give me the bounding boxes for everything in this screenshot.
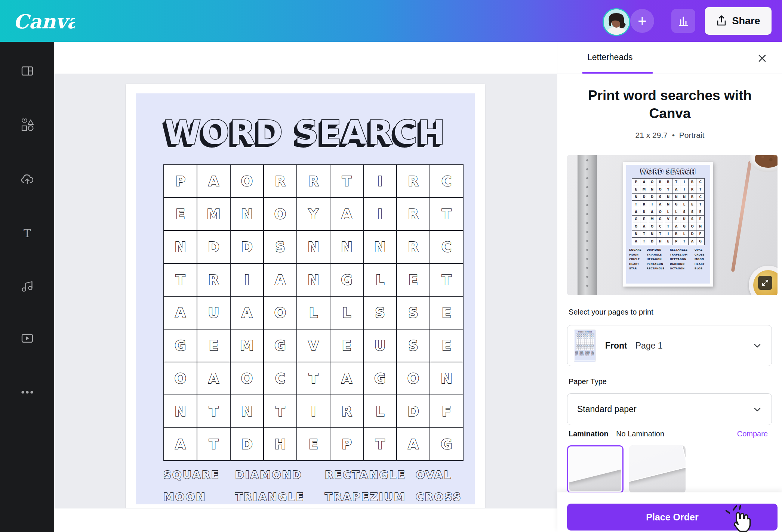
word-list-item: TRAPEZIUM (585, 352, 591, 353)
puzzle-title[interactable]: WORD SEARCH (136, 113, 475, 152)
grid-cell: G (696, 238, 705, 245)
preview-expand-button[interactable] (758, 276, 772, 290)
avatar-image (604, 9, 629, 35)
grid-cell: R (640, 201, 648, 208)
grid-cell: D (688, 230, 696, 238)
canva-logo[interactable]: Canva (11, 7, 75, 37)
grid-cell: N (672, 193, 680, 201)
share-label: Share (732, 15, 760, 27)
pages-value: Page 1 (635, 341, 663, 351)
sidebar-item-audio[interactable] (19, 278, 36, 294)
grid-cell: I (363, 198, 397, 231)
close-panel-button[interactable] (755, 52, 769, 65)
compare-link[interactable]: Compare (737, 430, 768, 438)
grid-cell: H (656, 238, 664, 245)
word-list-item: TRIANGLE (647, 253, 670, 256)
grid-cell: E (664, 238, 672, 245)
sidebar-item-uploads[interactable] (19, 171, 36, 188)
print-preview-photo[interactable]: WORD SEARCH PAORRTIRCEMNOYAIRTNDDSNNNRCT… (567, 155, 778, 295)
grid-cell: C (430, 165, 463, 198)
grid-cell: N (297, 263, 330, 296)
grid-cell: V (297, 329, 330, 362)
word-list-item: DIAMOND (647, 248, 670, 251)
grid-cell: I (230, 263, 264, 296)
grid-cell: O (397, 362, 430, 395)
tab-letterheads[interactable]: Letterheads (587, 52, 632, 62)
grid-cell: A (632, 238, 640, 245)
grid-cell: A (640, 179, 648, 186)
grid-cell: O (688, 223, 696, 230)
word-search-grid[interactable]: PAORRTIRCEMNOYAIRTNDDSNNNRCTRIANGLETAUAO… (163, 164, 464, 461)
grid-cell: M (197, 198, 230, 231)
share-button[interactable]: Share (705, 7, 772, 35)
grid-cell: N (696, 223, 705, 230)
page-thumbnail: WORD SEARCH PAORRTIRCEMNOYAIRTNDDSNNNRCT… (574, 330, 595, 362)
lamination-row: Lamination No Lamination Compare (569, 430, 772, 440)
word-list-item: DIAMOND (670, 263, 695, 266)
grid-cell: P (672, 238, 680, 245)
grid-cell: E (397, 263, 430, 296)
grid-cell: L (363, 263, 397, 296)
sidebar-item-text[interactable]: T (19, 225, 36, 242)
word-list-item: CROSS (695, 253, 707, 256)
grid-cell: T (430, 263, 463, 296)
grid-cell: H (264, 428, 297, 461)
grid-cell: D (230, 428, 264, 461)
grid-cell: A (330, 362, 363, 395)
word-list-item: DIAMOND (580, 351, 585, 352)
grid-cell: R (197, 263, 230, 296)
panel-footer: Place Order (557, 492, 782, 532)
panel-title: Print word searches with Canva (567, 87, 773, 123)
sidebar-item-videos[interactable] (19, 330, 36, 346)
thumb-sheet-word-list: SQUAREDIAMONDRECTANGLEOVALMOONTRIANGLETR… (575, 351, 595, 356)
preview-sheet: WORD SEARCH PAORRTIRCEMNOYAIRTNDDSNNNRCT… (623, 162, 713, 287)
chevron-down-icon (753, 341, 762, 350)
grid-cell: M (648, 215, 656, 223)
grid-cell: R (297, 165, 330, 198)
pen-photo-prop (731, 161, 752, 272)
grid-cell: E (592, 341, 594, 343)
preview-sheet-grid: PAORRTIRCEMNOYAIRTNDDSNNNRCTRIANGLETAUAO… (632, 178, 705, 245)
grid-cell: A (672, 186, 680, 193)
word-list[interactable]: SQUAREDIAMONDRECTANGLEOVALMOONTRIANGLETR… (163, 468, 462, 503)
place-order-button[interactable]: Place Order (567, 504, 778, 531)
grid-cell: A (648, 208, 656, 216)
paper-type-dropdown[interactable]: Standard paper (567, 393, 772, 425)
grid-cell: T (696, 201, 705, 208)
word-list-item: TRIANGLE (235, 491, 325, 503)
insights-button[interactable] (671, 9, 695, 33)
pages-select-label: Select your pages to print (569, 308, 653, 316)
avatar[interactable] (603, 8, 630, 36)
canvas-footer-bar: ? (54, 508, 557, 532)
lamination-option-laminated[interactable] (629, 445, 686, 493)
create-new-button[interactable]: + (630, 9, 654, 33)
grid-cell: S (397, 296, 430, 329)
sidebar-item-elements[interactable] (19, 117, 36, 133)
audio-icon (20, 279, 34, 293)
word-list-item: OVAL (695, 248, 707, 251)
word-list-item: HEART (695, 263, 707, 266)
grid-cell: N (648, 230, 656, 238)
sidebar-item-more[interactable] (19, 384, 36, 400)
grid-cell: A (632, 208, 640, 216)
close-icon (757, 53, 767, 63)
grid-cell: A (164, 296, 197, 329)
word-list-item: CIRCLE (575, 353, 580, 354)
chevron-down-icon (753, 405, 762, 414)
sidebar-item-templates[interactable] (19, 63, 36, 79)
preview-sheet-title: WORD SEARCH (628, 168, 708, 175)
grid-cell: R (688, 179, 696, 186)
grid-cell: N (632, 230, 640, 238)
word-list-item: HEXAGON (647, 258, 670, 261)
design-page[interactable]: WORD SEARCH PAORRTIRCEMNOYAIRTNDDSNNNRCT… (126, 84, 485, 508)
videos-icon (20, 331, 34, 345)
lamination-option-none-selected[interactable] (567, 445, 624, 493)
grid-cell: A (264, 263, 297, 296)
print-panel: Letterheads Print word searches with Can… (557, 42, 782, 532)
grid-cell: I (680, 186, 689, 193)
grid-cell: L (330, 296, 363, 329)
grid-cell: O (648, 179, 656, 186)
grid-cell: C (430, 231, 463, 263)
pages-dropdown[interactable]: WORD SEARCH PAORRTIRCEMNOYAIRTNDDSNNNRCT… (567, 325, 772, 366)
word-list-item: RECTANGLE (647, 267, 670, 270)
